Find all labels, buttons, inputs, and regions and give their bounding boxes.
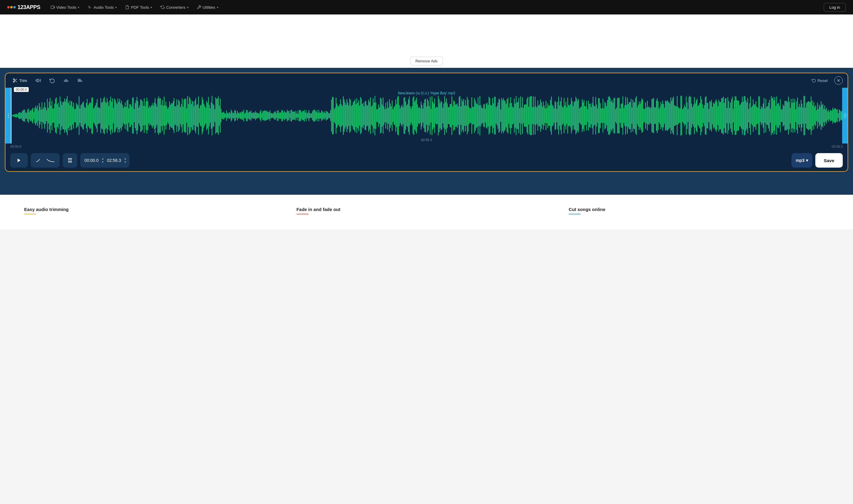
svg-marker-20 (17, 159, 20, 162)
left-handle-grip (8, 113, 9, 118)
pdf-tools-chevron: ▾ (151, 6, 152, 9)
feature-fade-title: Fade in and fade out (296, 207, 557, 212)
time-start-down[interactable]: ▼ (101, 161, 105, 164)
playhead[interactable] (11, 88, 12, 143)
ad-area (0, 15, 853, 57)
right-handle-grip (845, 113, 846, 118)
logo-text: 123APPS (17, 4, 40, 11)
below-editor (0, 178, 853, 195)
svg-rect-0 (51, 6, 54, 8)
converters-icon (160, 5, 165, 10)
time-start-value[interactable]: 00:00.0 (83, 158, 101, 163)
feature-cut-underline (569, 214, 581, 214)
controls-bar: 00:00.0 ▲ ▼ 02:56.3 ▲ ▼ mp3 ▾ Save (5, 149, 848, 171)
time-end-up[interactable]: ▲ (123, 157, 127, 160)
remove-ads-button[interactable]: Remove Ads (410, 57, 443, 66)
editor-container: Trim (5, 73, 848, 172)
reverse-tool-button[interactable] (47, 76, 57, 85)
waveform-canvas-area[interactable]: NewJeans (뉴진스) 'Hype Boy'.mp3 (5, 88, 848, 143)
play-button[interactable] (10, 153, 28, 167)
pdf-icon (125, 5, 129, 10)
feature-trim-title: Easy audio trimming (24, 207, 284, 212)
waveform-wrapper: 00:00.0 NewJeans (뉴진스) 'Hype Boy'.mp3 (5, 88, 848, 149)
waveform-filename: NewJeans (뉴진스) 'Hype Boy'.mp3 (398, 91, 455, 96)
feature-fade-underline (296, 214, 309, 214)
scissors-icon (13, 78, 17, 83)
svg-point-3 (13, 81, 15, 82)
logo[interactable]: 123APPS (7, 4, 40, 11)
nav-item-video-tools[interactable]: Video Tools ▾ (48, 4, 83, 11)
volume-icon (36, 78, 41, 83)
normalize-icon (63, 78, 69, 83)
utilities-label: Utilities (203, 5, 215, 10)
svg-line-6 (14, 79, 15, 80)
equalizer-tool-button[interactable] (75, 76, 85, 85)
svg-line-5 (16, 81, 17, 82)
video-icon (51, 5, 55, 10)
reset-button[interactable]: Reset (809, 77, 831, 84)
audio-tools-label: Audio Tools (93, 5, 114, 10)
format-chevron: ▾ (806, 158, 808, 163)
fade-in-icon (36, 158, 44, 163)
utilities-chevron: ▾ (217, 6, 219, 9)
dot-blue (13, 6, 16, 8)
play-icon (17, 158, 21, 163)
converters-label: Converters (166, 5, 186, 10)
waveform-canvas[interactable] (5, 88, 848, 143)
time-start-spinners: ▲ ▼ (101, 157, 105, 164)
dot-yellow (10, 6, 13, 8)
pdf-tools-label: PDF Tools (131, 5, 149, 10)
nav-item-converters[interactable]: Converters ▾ (157, 4, 192, 11)
nav-item-utilities[interactable]: Utilities ▾ (194, 4, 221, 11)
audio-icon (88, 5, 92, 10)
reset-label: Reset (817, 78, 828, 83)
ruler-start: 00:00.0 (10, 145, 21, 148)
converters-chevron: ▾ (187, 6, 189, 9)
trim-tool-button[interactable]: Trim (10, 77, 30, 84)
split-icon (67, 157, 73, 163)
editor-background: Trim (0, 68, 853, 178)
feature-trim-underline (24, 214, 36, 214)
feature-cut-title: Cut songs online (569, 207, 829, 212)
remove-ads-wrap: Remove Ads (0, 57, 853, 68)
audio-tools-chevron: ▾ (115, 6, 117, 9)
time-bottom-center: 02:56.3 (421, 138, 432, 142)
time-end-value[interactable]: 02:56.3 (105, 158, 123, 163)
navbar: 123APPS Video Tools ▾ Audio Tools ▾ PDF … (0, 0, 853, 15)
login-button[interactable]: Log in (824, 3, 846, 12)
svg-point-2 (13, 79, 15, 80)
fade-out-icon (47, 158, 55, 163)
split-button[interactable] (63, 153, 77, 167)
time-marker-top: 00:00.0 (14, 87, 29, 92)
editor-toolbar: Trim (5, 73, 848, 88)
reverse-icon (50, 78, 55, 83)
logo-dots (7, 6, 16, 8)
equalizer-icon (77, 78, 83, 83)
time-ruler: 00:00.0 02:56.3 (8, 143, 845, 149)
time-end-spinners: ▲ ▼ (123, 157, 127, 164)
time-start-up[interactable]: ▲ (101, 157, 105, 160)
features-section: Easy audio trimming Fade in and fade out… (0, 195, 853, 229)
dot-red (7, 6, 10, 8)
save-button[interactable]: Save (815, 153, 843, 167)
fade-button[interactable] (31, 153, 60, 167)
nav-item-pdf-tools[interactable]: PDF Tools ▾ (122, 4, 155, 11)
close-button[interactable]: ✕ (834, 76, 843, 85)
volume-tool-button[interactable] (33, 76, 43, 85)
right-trim-handle[interactable] (842, 88, 848, 143)
video-tools-label: Video Tools (56, 5, 76, 10)
left-trim-handle[interactable] (5, 88, 11, 143)
feature-cut-songs: Cut songs online (569, 207, 829, 217)
svg-marker-7 (36, 79, 38, 82)
utilities-icon (197, 5, 201, 10)
feature-fade: Fade in and fade out (296, 207, 557, 217)
time-end-down[interactable]: ▼ (123, 161, 127, 164)
nav-item-audio-tools[interactable]: Audio Tools ▾ (85, 4, 120, 11)
normalize-tool-button[interactable] (61, 76, 71, 85)
feature-easy-trim: Easy audio trimming (24, 207, 284, 217)
video-tools-chevron: ▾ (78, 6, 79, 9)
reset-icon (812, 78, 816, 83)
format-button[interactable]: mp3 ▾ (791, 153, 812, 167)
ruler-end: 02:56.3 (832, 145, 843, 148)
trim-label: Trim (19, 78, 27, 83)
